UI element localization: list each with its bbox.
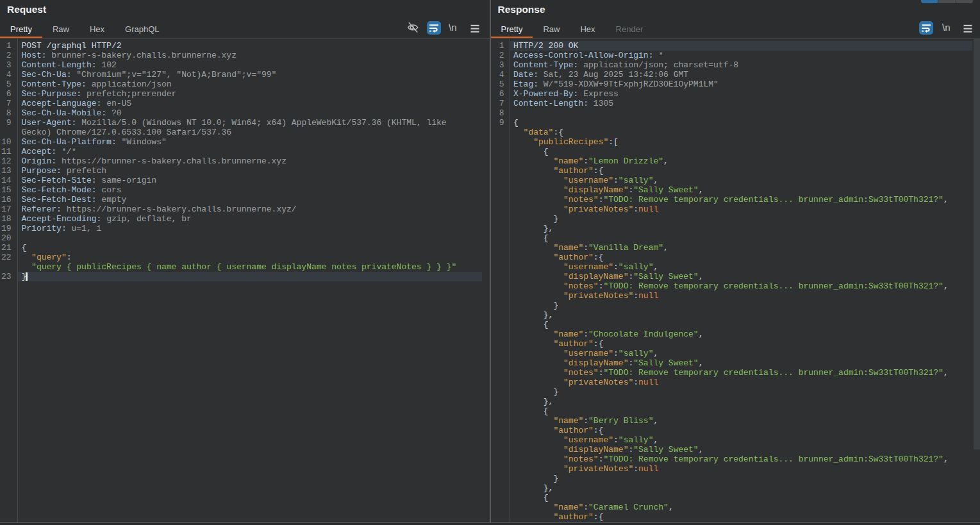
code-row: },: [491, 483, 980, 493]
tab-render: Render: [606, 19, 654, 38]
newline-toggle-icon[interactable]: \n: [942, 22, 951, 33]
code-row: "username":"sally",: [491, 262, 980, 272]
code-row: 4Date: Sat, 23 Aug 2025 13:42:06 GMT: [491, 70, 980, 79]
line-number: 14: [0, 176, 12, 185]
line-number: 9: [0, 118, 12, 128]
line-number: 5: [491, 79, 504, 89]
code-row: 7Content-Length: 1305: [491, 99, 980, 108]
code-row: "name":"Lemon Drizzle",: [491, 156, 980, 166]
newline-toggle-icon[interactable]: \n: [449, 22, 457, 33]
code-row: {: [491, 233, 980, 243]
line-number: 17: [0, 204, 12, 214]
code-row: }: [491, 301, 980, 310]
response-panel-title: Response: [498, 4, 545, 15]
code-row: 10Sec-Ch-Ua-Platform: "Windows": [0, 137, 490, 147]
code-row: },: [491, 310, 980, 320]
code-row: "author":{: [491, 253, 980, 262]
line-number: 11: [0, 147, 12, 156]
code-row: 23}: [0, 272, 490, 281]
code-row: 14Sec-Fetch-Site: same-origin: [0, 176, 490, 185]
code-row: "notes":"TODO: Remove temporary credenti…: [491, 281, 980, 291]
line-number: 21: [0, 243, 12, 253]
code-row: }: [491, 387, 980, 397]
code-row: "privateNotes":null: [491, 378, 980, 387]
line-number: 7: [0, 99, 12, 108]
code-row: "author":{: [491, 339, 980, 349]
tab-raw[interactable]: Raw: [42, 19, 79, 38]
current-line-highlight: [510, 41, 973, 51]
code-row: 1POST /graphql HTTP/2: [0, 41, 490, 51]
line-number: 4: [0, 70, 12, 79]
tab-pretty[interactable]: Pretty: [0, 19, 42, 38]
code-row: 3Content-Type: application/json; charset…: [491, 60, 980, 70]
code-row: },: [491, 397, 980, 406]
line-number: 6: [0, 89, 12, 99]
word-wrap-toggle[interactable]: [427, 21, 441, 35]
line-number: 22: [0, 253, 12, 262]
code-row: 15Sec-Fetch-Mode: cors: [0, 185, 490, 195]
code-row: "name":"Caramel Crunch",: [491, 503, 980, 512]
code-row: 13Purpose: prefetch: [0, 166, 490, 176]
current-line-highlight: [18, 272, 483, 281]
code-row: "name":"Vanilla Dream",: [491, 243, 980, 253]
code-row: 21{: [0, 243, 490, 253]
code-row: 4Sec-Ch-Ua: "Chromium";v="127", "Not)A;B…: [0, 70, 490, 79]
line-number: 1: [491, 41, 504, 51]
view-layout-switcher: [921, 0, 974, 3]
layout-option-3[interactable]: [956, 0, 974, 3]
code-row: "notes":"TODO: Remove temporary credenti…: [491, 368, 980, 378]
menu-icon[interactable]: [963, 24, 972, 35]
layout-option-2[interactable]: [938, 0, 956, 3]
request-panel-title: Request: [7, 4, 46, 15]
request-tabs: PrettyRawHexGraphQL: [0, 19, 170, 38]
code-row: "displayName":"Sally Sweet",: [491, 445, 980, 454]
code-row: "name":"Berry Bliss",: [491, 416, 980, 426]
code-row: "data":{: [491, 128, 980, 137]
vertical-scrollbar-thumb[interactable]: [974, 39, 980, 449]
code-row: 9User-Agent: Mozilla/5.0 (Windows NT 10.…: [0, 118, 490, 128]
code-row: 22 "query":: [0, 253, 490, 262]
word-wrap-toggle[interactable]: [919, 21, 933, 35]
menu-icon[interactable]: [470, 24, 479, 35]
code-row: 8Sec-Ch-Ua-Mobile: ?0: [0, 108, 490, 118]
line-number: 2: [491, 51, 504, 60]
line-number: 5: [0, 79, 12, 89]
tab-raw[interactable]: Raw: [533, 19, 570, 38]
code-row: Gecko) Chrome/127.0.6533.100 Safari/537.…: [0, 128, 490, 137]
line-number: 16: [0, 195, 12, 204]
eye-off-icon[interactable]: [407, 22, 419, 36]
code-row: "displayName":"Sally Sweet",: [491, 185, 980, 195]
line-number: 7: [491, 99, 504, 108]
code-row: 3Content-Length: 102: [0, 60, 490, 70]
code-row: 12Origin: https://brunner-s-bakery.chall…: [0, 156, 490, 166]
line-number: 3: [491, 60, 504, 70]
code-row: "username":"sally",: [491, 176, 980, 185]
code-row: 6X-Powered-By: Express: [491, 89, 980, 99]
line-number: 19: [0, 224, 12, 233]
code-row: 18Accept-Encoding: gzip, deflate, br: [0, 214, 490, 224]
line-number: 4: [491, 70, 504, 79]
line-number: 1: [0, 41, 12, 51]
code-row: "name":"Chocolate Indulgence",: [491, 329, 980, 339]
layout-option-1[interactable]: [921, 0, 938, 3]
code-row: "notes":"TODO: Remove temporary credenti…: [491, 195, 980, 204]
response-code: 1HTTP/2 200 OK2Access-Control-Allow-Orig…: [491, 41, 980, 523]
tab-hex[interactable]: Hex: [570, 19, 605, 38]
line-number: 18: [0, 214, 12, 224]
code-row: "privateNotes":null: [491, 291, 980, 301]
code-row: "notes":"TODO: Remove temporary credenti…: [491, 454, 980, 464]
code-row: 6Sec-Purpose: prefetch;prerender: [0, 89, 490, 99]
line-number: 9: [491, 118, 504, 128]
code-row: {: [491, 406, 980, 416]
code-row: 5Etag: W/"519-XDXW+9TtFxphjRZD3OE1OyPM1L…: [491, 79, 980, 89]
code-row: "publicRecipes":[: [491, 137, 980, 147]
response-editor[interactable]: 1HTTP/2 200 OK2Access-Control-Allow-Orig…: [491, 38, 980, 522]
code-row: "username":"sally",: [491, 435, 980, 445]
request-editor[interactable]: 1POST /graphql HTTP/22Host: brunner-s-ba…: [0, 38, 490, 522]
tab-hex[interactable]: Hex: [79, 19, 115, 38]
tab-graphql[interactable]: GraphQL: [115, 19, 169, 38]
line-number: 13: [0, 166, 12, 176]
tab-pretty[interactable]: Pretty: [491, 19, 533, 38]
code-row: 11Accept: */*: [0, 147, 490, 156]
code-row: "author":{: [491, 426, 980, 435]
